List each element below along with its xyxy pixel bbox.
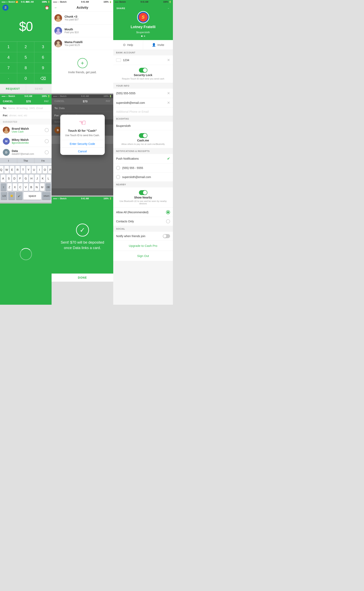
share-arrow[interactable]: → [167, 7, 170, 9]
key-backspace2[interactable]: ⌫ [46, 183, 51, 191]
key-v[interactable]: V [24, 183, 28, 191]
screen-send-contacts: ●●●○○ Sketch 9:41 AM 100% 🔋 CANCEL $70 P… [0, 94, 52, 202]
notif-phone-radio[interactable] [116, 166, 120, 170]
key-a[interactable]: A [1, 175, 6, 182]
sign-out-button[interactable]: Sign Out [113, 251, 173, 261]
key-shift[interactable]: ⇧ [1, 183, 6, 191]
contact-data[interactable]: D Data data007@email.com [0, 147, 52, 158]
key-q[interactable]: Q [0, 166, 3, 174]
key-backspace[interactable]: ⌫ [34, 73, 52, 84]
done-button[interactable]: DONE [52, 274, 113, 282]
cancel-label-4[interactable]: CANCEL [3, 100, 13, 103]
push-notifications-check: ✔ [167, 156, 170, 161]
key-k[interactable]: K [40, 175, 45, 182]
key-u[interactable]: U [32, 166, 36, 174]
contact-brand-walsh[interactable]: Brand Walsh Uses Cash [0, 125, 52, 136]
activity-mama-fratelli[interactable]: Mama Fratelli You paid $125 [52, 37, 113, 50]
key-4[interactable]: 4 [0, 52, 17, 63]
activity-name-mouth: Mouth [65, 28, 110, 31]
remove-email-button[interactable]: ✕ [167, 101, 170, 105]
key-g[interactable]: G [23, 175, 28, 182]
key-m[interactable]: M [40, 183, 45, 191]
to-input[interactable]: Name, $Cashtag, SMS, Email [8, 107, 43, 110]
suggestion-im[interactable]: I'm [34, 158, 52, 164]
key-y[interactable]: Y [26, 166, 31, 174]
activity-amount-chunk: You paid $37 [65, 18, 110, 21]
key-t[interactable]: T [21, 166, 25, 174]
key-i[interactable]: I [37, 166, 42, 174]
contact-tag-brand: Uses Cash [12, 130, 43, 133]
key-c[interactable]: C [18, 183, 23, 191]
invite-button[interactable]: 👤 Invite [143, 40, 173, 50]
enter-security-code-button[interactable]: Enter Security Code [60, 140, 105, 147]
key-3[interactable]: 3 [34, 42, 52, 52]
key-f[interactable]: F [18, 175, 22, 182]
key-2[interactable]: 2 [17, 42, 34, 52]
for-label: For: [3, 114, 8, 117]
help-button[interactable]: ⊙ Help [113, 40, 143, 50]
key-return[interactable]: return [42, 192, 51, 200]
back-button[interactable]: ← [54, 6, 58, 10]
remove-phone-button[interactable]: ✕ [167, 91, 170, 96]
activity-mouth[interactable]: Mouth Paid you $10 [52, 25, 113, 37]
cashme-toggle[interactable] [139, 133, 147, 138]
touch-id-dialog: ☜ Touch ID for "Cash" Use Touch ID to se… [60, 115, 105, 155]
activity-info-mama: Mama Fratelli You paid $125 [65, 40, 110, 46]
key-x[interactable]: X [13, 183, 17, 191]
key-l[interactable]: L [46, 175, 51, 182]
key-j[interactable]: J [35, 175, 39, 182]
contact-radio-data[interactable] [45, 150, 49, 154]
cancel-touch-id-button[interactable]: Cancel [60, 147, 105, 155]
cashtag-value: $supersloth [116, 124, 131, 127]
for-field[interactable]: For: dinner, rent, etc [0, 112, 52, 119]
contact-radio-mikey[interactable] [45, 139, 49, 143]
key-n[interactable]: N [35, 183, 39, 191]
contact-avatar-mikey: M [3, 138, 10, 145]
contact-radio-brand[interactable] [45, 128, 49, 132]
key-dot[interactable]: · [0, 73, 17, 84]
notif-email-radio[interactable] [116, 175, 120, 179]
cashme-sub: Allow others to pay me at cash.me/$katre… [121, 143, 165, 145]
activity-chunk[interactable]: Chunk <3 You paid $37 [52, 12, 113, 25]
key-z[interactable]: Z [7, 183, 12, 191]
upgrade-to-cash-pro-button[interactable]: Upgrade to Cash Pro [113, 241, 173, 251]
key-9[interactable]: 9 [34, 63, 52, 73]
key-w[interactable]: W [4, 166, 9, 174]
key-b[interactable]: B [29, 183, 33, 191]
key-o[interactable]: O [43, 166, 47, 174]
security-lock-toggle[interactable] [139, 68, 147, 73]
for-input[interactable]: dinner, rent, etc [9, 114, 27, 117]
suggestion-i[interactable]: I [0, 158, 17, 164]
key-d[interactable]: D [12, 175, 17, 182]
remove-bank-button[interactable]: ✕ [167, 58, 170, 62]
key-8[interactable]: 8 [17, 63, 34, 73]
contacts-only-radio[interactable] [166, 219, 170, 223]
key-space[interactable]: space [23, 192, 41, 200]
additional-phone-row[interactable]: Additional Phone or Email [113, 108, 173, 116]
key-e[interactable]: E [10, 166, 14, 174]
key-0[interactable]: 0 [17, 73, 34, 84]
show-nearby-toggle[interactable] [139, 190, 147, 195]
key-7[interactable]: 7 [0, 63, 17, 73]
notify-friends-toggle[interactable] [163, 234, 170, 238]
send-button[interactable]: SEND [26, 84, 52, 93]
key-r[interactable]: R [15, 166, 20, 174]
show-nearby-label: Show Nearby [134, 196, 152, 199]
key-emoji[interactable]: 😊 [8, 192, 15, 200]
key-s[interactable]: S [6, 175, 11, 182]
key-5[interactable]: 5 [17, 52, 34, 63]
request-button[interactable]: REQUEST [0, 84, 26, 93]
key-6[interactable]: 6 [34, 52, 52, 63]
suggestion-the[interactable]: The [17, 158, 34, 164]
clock-icon[interactable]: ⏰ [45, 6, 49, 10]
invite-button[interactable]: + [78, 58, 88, 68]
key-123[interactable]: 123 [1, 192, 7, 200]
key-1[interactable]: 1 [0, 42, 17, 52]
contact-mikey-walsh[interactable]: M Mikey Walsh $goondockmike [0, 136, 52, 147]
key-h[interactable]: H [29, 175, 34, 182]
status-bar-2: ●●●○○ Sketch 9:41 AM 100% 🔋 [52, 0, 113, 4]
allow-all-radio[interactable] [166, 210, 170, 214]
key-mic[interactable]: 🎤 [16, 192, 22, 200]
pay-label-4[interactable]: PAY [44, 100, 49, 103]
to-field[interactable]: To: Name, $Cashtag, SMS, Email [0, 105, 52, 112]
